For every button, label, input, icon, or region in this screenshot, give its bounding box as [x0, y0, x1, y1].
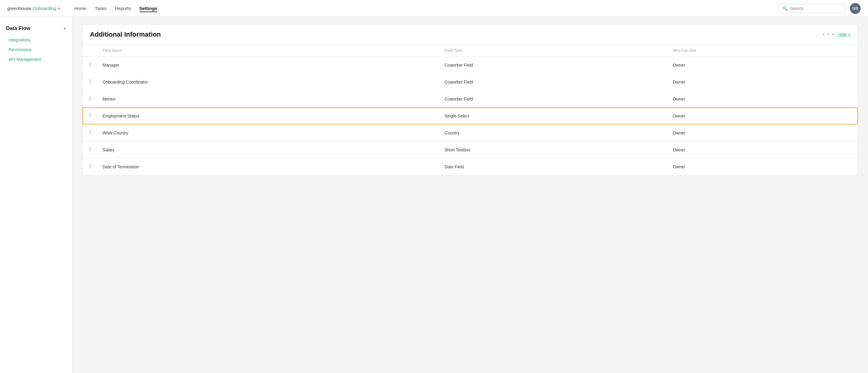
- svg-point-33: [90, 149, 91, 150]
- table-header-row: Field Name Field Type Who Can Edit: [83, 45, 858, 57]
- table-row[interactable]: Work Country Country Owner: [83, 124, 858, 141]
- field-name-cell: Manager: [98, 57, 440, 74]
- svg-point-12: [89, 96, 90, 97]
- svg-point-16: [89, 99, 90, 101]
- svg-point-15: [90, 98, 91, 99]
- field-name-cell: Mentor: [98, 90, 440, 108]
- field-type-cell: Single Select: [440, 108, 668, 124]
- drag-handle[interactable]: [83, 57, 98, 74]
- fields-table: Field Name Field Type Who Can Edit: [83, 45, 858, 175]
- dots-menu-button[interactable]: • • •: [823, 31, 834, 38]
- svg-point-41: [90, 167, 91, 168]
- field-name-cell: Salary: [98, 141, 440, 159]
- svg-point-34: [89, 150, 90, 151]
- svg-point-26: [89, 132, 90, 133]
- drag-dots-icon: [87, 148, 93, 152]
- nav-home[interactable]: Home: [74, 4, 87, 12]
- col-header-who-can-edit: Who Can Edit: [668, 45, 858, 57]
- svg-point-35: [90, 150, 91, 151]
- nav-items: Home Tasks Reports Settings: [74, 4, 769, 12]
- field-name-cell: Onboarding Coordinator: [98, 74, 440, 90]
- field-type-cell: Coworker Field: [440, 90, 668, 108]
- svg-point-28: [89, 134, 90, 135]
- field-type-cell: Country: [440, 124, 668, 141]
- svg-point-19: [90, 114, 91, 114]
- drag-dots-icon: [87, 131, 93, 136]
- search-icon: 🔍: [782, 6, 787, 11]
- who-can-edit-cell: Owner: [668, 124, 858, 141]
- svg-point-24: [89, 131, 90, 132]
- search-box[interactable]: 🔍: [778, 4, 845, 13]
- svg-point-39: [90, 166, 91, 167]
- logo[interactable]: greenhouse Onboarding ▾: [7, 6, 60, 11]
- svg-point-30: [89, 147, 90, 148]
- svg-point-5: [90, 66, 91, 67]
- sidebar-collapse-icon: ∧: [63, 26, 66, 31]
- nav-tasks[interactable]: Tasks: [95, 4, 106, 12]
- table-row[interactable]: Employment Status Single Select Owner: [83, 108, 858, 124]
- drag-handle[interactable]: [83, 159, 98, 175]
- top-nav: greenhouse Onboarding ▾ Home Tasks Repor…: [0, 0, 868, 17]
- drag-dots-icon: [87, 97, 93, 102]
- table-row[interactable]: Mentor Coworker Field Owner: [83, 90, 858, 108]
- additional-information-card: Additional Information • • • Hide ∧ Fiel…: [82, 24, 858, 175]
- sidebar-item-api-management[interactable]: API Management: [0, 55, 72, 64]
- who-can-edit-cell: Owner: [668, 90, 858, 108]
- field-name-cell: Employment Status: [98, 108, 440, 124]
- col-header-field-type: Field Type: [440, 45, 668, 57]
- svg-point-22: [89, 117, 90, 117]
- field-type-cell: Date Field: [440, 159, 668, 175]
- sidebar-section-header[interactable]: Data Flow ∧: [0, 23, 72, 35]
- logo-onboarding: Onboarding: [32, 6, 56, 11]
- sidebar-item-integrations[interactable]: Integrations: [0, 35, 72, 45]
- drag-handle[interactable]: [83, 141, 98, 159]
- table-row[interactable]: Date of Termination Date Field Owner: [83, 159, 858, 175]
- svg-point-36: [89, 164, 90, 165]
- drag-dots-icon: [87, 114, 93, 119]
- svg-point-20: [89, 115, 90, 116]
- svg-point-31: [90, 147, 91, 148]
- sidebar-section-title: Data Flow: [6, 25, 30, 31]
- svg-point-0: [89, 63, 90, 64]
- who-can-edit-cell: Owner: [668, 74, 858, 90]
- svg-point-2: [89, 64, 90, 65]
- avatar[interactable]: GS: [850, 3, 861, 14]
- table-row[interactable]: Onboarding Coordinator Coworker Field Ow…: [83, 74, 858, 90]
- table-row[interactable]: Salary Short Textbox Owner: [83, 141, 858, 159]
- field-type-cell: Coworker Field: [440, 74, 668, 90]
- nav-reports[interactable]: Reports: [115, 4, 131, 12]
- svg-point-14: [89, 98, 90, 99]
- svg-point-23: [90, 117, 91, 117]
- svg-point-7: [90, 80, 91, 81]
- table-row[interactable]: Manager Coworker Field Owner: [83, 57, 858, 74]
- drag-handle[interactable]: [83, 108, 98, 124]
- who-can-edit-cell: Owner: [668, 141, 858, 159]
- svg-point-38: [89, 166, 90, 167]
- drag-handle[interactable]: [83, 124, 98, 141]
- main-content: Additional Information • • • Hide ∧ Fiel…: [72, 17, 868, 373]
- field-name-cell: Date of Termination: [98, 159, 440, 175]
- col-header-field-name: Field Name: [98, 45, 440, 57]
- svg-point-17: [90, 99, 91, 101]
- nav-right: 🔍 GS: [778, 3, 861, 14]
- nav-settings[interactable]: Settings: [140, 4, 157, 12]
- hide-chevron-icon: ∧: [848, 32, 851, 37]
- hide-button[interactable]: Hide ∧: [838, 32, 851, 37]
- svg-point-13: [90, 96, 91, 97]
- drag-dots-icon: [87, 80, 93, 85]
- drag-handle[interactable]: [83, 90, 98, 108]
- svg-point-3: [90, 64, 91, 65]
- drag-handle[interactable]: [83, 74, 98, 90]
- sidebar-item-permissions[interactable]: Permissions: [0, 45, 72, 55]
- who-can-edit-cell: Owner: [668, 108, 858, 124]
- table-body: Manager Coworker Field Owner Onboarding …: [83, 57, 858, 175]
- search-input[interactable]: [790, 6, 841, 11]
- svg-point-32: [89, 149, 90, 150]
- field-name-cell: Work Country: [98, 124, 440, 141]
- who-can-edit-cell: Owner: [668, 159, 858, 175]
- layout: Data Flow ∧ Integrations Permissions API…: [0, 17, 868, 373]
- field-type-cell: Short Textbox: [440, 141, 668, 159]
- svg-point-21: [90, 115, 91, 116]
- svg-point-27: [90, 132, 91, 133]
- logo-chevron-icon: ▾: [58, 6, 60, 10]
